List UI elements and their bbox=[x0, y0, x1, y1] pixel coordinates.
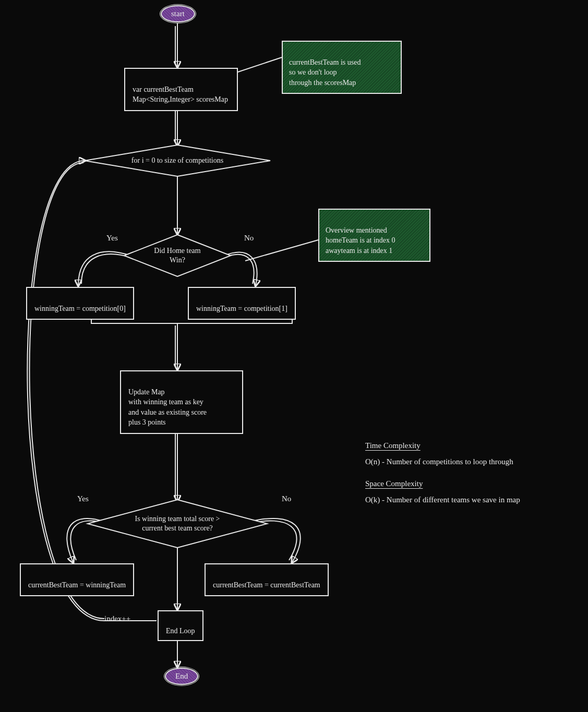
decision-compare-text: Is winning team total score > current be… bbox=[135, 514, 220, 533]
label-no-1: No bbox=[244, 234, 254, 243]
decision-loop-text: for i = 0 to size of competitions bbox=[131, 156, 223, 165]
terminator-start: start bbox=[161, 5, 195, 22]
terminator-start-label: start bbox=[171, 9, 185, 18]
flowchart-canvas: start currentBestTeam is used so we don'… bbox=[0, 0, 588, 712]
time-complexity-body: O(n) - Number of competitions to loop th… bbox=[365, 457, 513, 466]
note-best-team: currentBestTeam is used so we don't loop… bbox=[282, 41, 402, 94]
complexity-panel: Time Complexity O(n) - Number of competi… bbox=[365, 438, 520, 514]
process-update-map-text: Update Map with winning team as key and … bbox=[128, 388, 207, 427]
space-complexity-heading: Space Complexity bbox=[365, 476, 520, 491]
terminator-end: End bbox=[165, 668, 198, 685]
space-complexity-body: O(k) - Number of different teams we save… bbox=[365, 496, 520, 504]
decision-home-win-text: Did Home team Win? bbox=[154, 246, 200, 265]
process-set-best-yes-text: currentBestTeam = winningTeam bbox=[28, 581, 126, 589]
decision-compare: Is winning team total score > current be… bbox=[88, 500, 267, 548]
svg-line-6 bbox=[245, 240, 318, 261]
process-win-home: winningTeam = competition[0] bbox=[26, 287, 134, 320]
process-end-loop: End Loop bbox=[158, 610, 203, 641]
label-yes-2: Yes bbox=[77, 494, 89, 503]
label-yes-1: Yes bbox=[106, 234, 118, 243]
label-no-2: No bbox=[282, 494, 291, 503]
time-complexity-heading: Time Complexity bbox=[365, 438, 520, 453]
note-index-text: Overview mentioned homeTeam is at index … bbox=[326, 226, 395, 255]
label-loop-back: index++ bbox=[104, 614, 130, 623]
process-set-best-no-text: currentBestTeam = currentBestTeam bbox=[213, 581, 320, 589]
decision-home-win: Did Home team Win? bbox=[124, 235, 231, 276]
note-index: Overview mentioned homeTeam is at index … bbox=[318, 209, 430, 262]
connector-layer bbox=[0, 0, 588, 712]
note-best-team-text: currentBestTeam is used so we don't loop… bbox=[289, 58, 361, 87]
process-set-best-yes: currentBestTeam = winningTeam bbox=[20, 563, 134, 596]
terminator-end-label: End bbox=[175, 672, 188, 680]
decision-loop: for i = 0 to size of competitions bbox=[85, 145, 270, 176]
process-win-away-text: winningTeam = competition[1] bbox=[196, 305, 287, 312]
process-win-home-text: winningTeam = competition[0] bbox=[34, 305, 126, 312]
process-end-loop-text: End Loop bbox=[166, 627, 195, 635]
process-init: var currentBestTeam Map<String,Integer> … bbox=[124, 68, 238, 111]
process-win-away: winningTeam = competition[1] bbox=[188, 287, 296, 320]
process-update-map: Update Map with winning team as key and … bbox=[120, 370, 243, 434]
process-init-text: var currentBestTeam Map<String,Integer> … bbox=[133, 86, 228, 104]
process-set-best-no: currentBestTeam = currentBestTeam bbox=[205, 563, 329, 596]
